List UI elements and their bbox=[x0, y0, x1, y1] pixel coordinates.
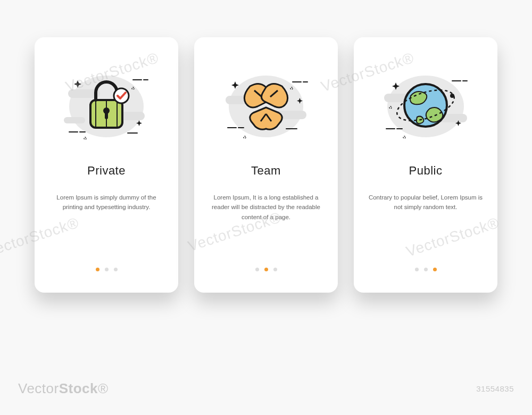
page-indicator bbox=[415, 268, 437, 277]
card-title: Private bbox=[87, 164, 126, 178]
dot-2[interactable] bbox=[105, 268, 109, 271]
dot-2[interactable] bbox=[424, 268, 428, 271]
card-title: Team bbox=[251, 164, 281, 178]
svg-rect-9 bbox=[105, 112, 108, 119]
dot-3[interactable] bbox=[433, 268, 437, 271]
brand-thin: Vector bbox=[18, 380, 59, 396]
card-description: Lorem Ipsum, It is a long established a … bbox=[208, 193, 324, 222]
dot-1[interactable] bbox=[96, 268, 99, 271]
card-title: Public bbox=[409, 164, 443, 178]
brand-bold: Stock bbox=[59, 380, 98, 396]
onboarding-card-private[interactable]: Private Lorem Ipsum is simply dummy of t… bbox=[35, 37, 178, 293]
dot-1[interactable] bbox=[415, 268, 419, 271]
lock-icon bbox=[53, 59, 160, 149]
dot-3[interactable] bbox=[114, 268, 118, 271]
onboarding-card-public[interactable]: Public Contrary to popular belief, Lorem… bbox=[354, 37, 497, 293]
card-description: Contrary to popular belief, Lorem Ipsum … bbox=[368, 193, 484, 212]
image-id: 31554835 bbox=[476, 384, 514, 393]
page-indicator bbox=[255, 268, 277, 277]
svg-rect-3 bbox=[64, 117, 85, 123]
onboarding-cards: Private Lorem Ipsum is simply dummy of t… bbox=[0, 0, 532, 293]
dot-1[interactable] bbox=[255, 268, 259, 271]
dot-3[interactable] bbox=[273, 268, 277, 271]
svg-point-37 bbox=[450, 94, 454, 98]
brand-logo: VectorStock® bbox=[18, 380, 109, 397]
stock-footer: VectorStock® 31554835 bbox=[0, 367, 532, 415]
svg-point-16 bbox=[84, 137, 86, 139]
dot-2[interactable] bbox=[264, 268, 268, 271]
svg-point-42 bbox=[403, 136, 405, 138]
card-description: Lorem Ipsum is simply dummy of the print… bbox=[48, 193, 164, 212]
onboarding-card-team[interactable]: Team Lorem Ipsum, It is a long establish… bbox=[194, 37, 338, 293]
svg-point-30 bbox=[244, 136, 246, 138]
hands-icon bbox=[213, 59, 319, 149]
globe-icon bbox=[372, 59, 479, 149]
page-indicator bbox=[96, 268, 118, 277]
